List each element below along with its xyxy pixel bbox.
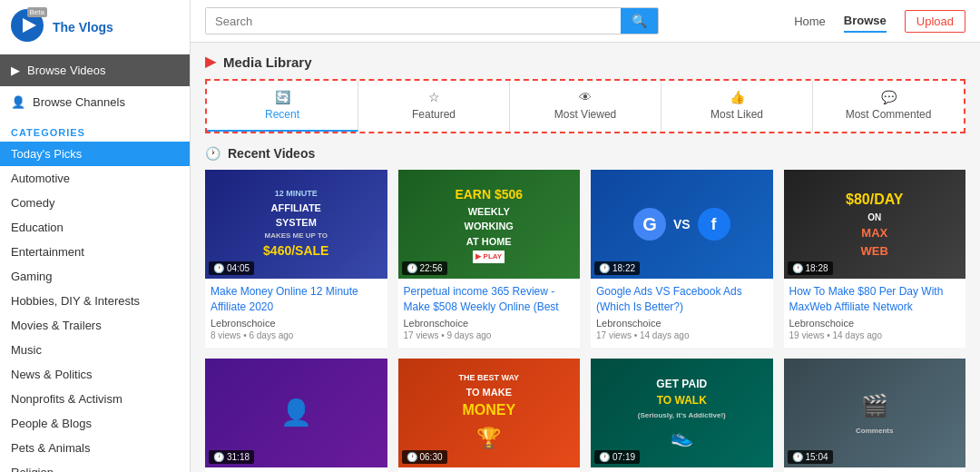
video-thumb-4: $80/DAY ON MAX WEB 🕐 18:28 <box>784 170 966 279</box>
video-card-6[interactable]: THE BEST WAY TO MAKE MONEY 🏆 🕐 06:30 The… <box>398 359 581 472</box>
browse-channels-nav[interactable]: 👤 Browse Channels <box>0 86 190 118</box>
logo-wrapper: Beta <box>9 7 45 46</box>
tab-recent-icon: 🔄 <box>275 90 290 104</box>
video-meta-4: 19 views • 14 days ago <box>789 330 961 340</box>
tab-featured-label: Featured <box>412 108 456 121</box>
video-thumb-5: 👤 🕐 31:18 <box>205 359 387 467</box>
tab-most-commented-label: Most Commented <box>846 108 932 121</box>
category-hobbies[interactable]: Hobbies, DIY & Interests <box>0 289 190 313</box>
video-duration-5: 🕐 31:18 <box>209 450 254 464</box>
video-duration-3: 🕐 18:22 <box>594 261 640 275</box>
video-title-2: Perpetual income 365 Review - Make $508 … <box>404 284 575 315</box>
video-duration-1: 🕐 04:05 <box>209 261 254 275</box>
video-duration-7: 🕐 07:19 <box>594 450 640 464</box>
video-info-7: Get Paid To Walk Lebronschoice 8 views •… <box>591 467 773 472</box>
category-religion[interactable]: Religion <box>0 460 190 472</box>
video-info-5: Video Title Five Lebronschoice 5 views •… <box>205 467 387 472</box>
duration-clock-icon-1: 🕐 <box>213 263 224 273</box>
video-info-6: The Best Way To Make Money Lebronschoice… <box>398 467 581 472</box>
tab-most-liked-icon: 👍 <box>730 90 745 104</box>
video-duration-4: 🕐 18:28 <box>788 261 833 275</box>
video-channel-3: Lebronschoice <box>596 318 768 329</box>
browse-channels-icon: 👤 <box>11 95 25 109</box>
video-thumb-2: EARN $506 WEEKLY WORKING AT HOME ▶ PLAY … <box>398 170 581 279</box>
browse-videos-icon: ▶ <box>11 64 20 77</box>
thumb-content-5: 👤 <box>277 390 316 436</box>
duration-clock-icon-6: 🕐 <box>407 452 417 462</box>
video-duration-2: 🕐 22:56 <box>402 261 447 275</box>
thumb-content-6: THE BEST WAY TO MAKE MONEY 🏆 <box>455 369 523 457</box>
video-thumb-3: G VS f 🕐 18:22 <box>591 170 773 279</box>
category-education[interactable]: Education <box>0 215 190 240</box>
nav-links: Home Browse Upload <box>794 10 965 33</box>
video-thumb-7: GET PAID TO WALK (Seriously, it's Addict… <box>591 359 773 467</box>
video-info-2: Perpetual income 365 Review - Make $508 … <box>398 279 581 348</box>
video-card-5[interactable]: 👤 🕐 31:18 Video Title Five Lebronschoice… <box>205 359 387 472</box>
thumb-content-4: $80/DAY ON MAX WEB <box>842 185 906 263</box>
video-card-2[interactable]: EARN $506 WEEKLY WORKING AT HOME ▶ PLAY … <box>398 170 581 348</box>
categories-header: CATEGORIES <box>0 118 190 142</box>
video-thumb-6: THE BEST WAY TO MAKE MONEY 🏆 🕐 06:30 <box>398 359 581 467</box>
video-card-3[interactable]: G VS f 🕐 18:22 Google Ads VS Facebook Ad… <box>591 170 773 348</box>
video-duration-6: 🕐 06:30 <box>402 450 447 464</box>
duration-clock-icon-7: 🕐 <box>599 452 610 462</box>
duration-clock-icon-2: 🕐 <box>407 263 417 273</box>
video-card-1[interactable]: 12 MINUTE AFFILIATE SYSTEM MAKES ME UP T… <box>205 170 387 348</box>
beta-badge: Beta <box>27 7 47 17</box>
video-info-1: Make Money Online 12 Minute Affiliate 20… <box>205 279 387 348</box>
tabs-container: 🔄 Recent ☆ Featured 👁 Most Viewed 👍 Most… <box>205 79 965 133</box>
tab-most-liked[interactable]: 👍 Most Liked <box>662 81 813 132</box>
category-todays-picks[interactable]: Today's Picks <box>0 142 190 166</box>
video-duration-8: 🕐 15:04 <box>788 450 833 464</box>
category-nonprofits[interactable]: Nonprofits & Activism <box>0 387 190 411</box>
video-info-4: How To Make $80 Per Day With MaxWeb Affi… <box>784 279 966 348</box>
duration-clock-icon-8: 🕐 <box>792 452 803 462</box>
video-title-1: Make Money Online 12 Minute Affiliate 20… <box>211 284 382 315</box>
tab-recent-label: Recent <box>265 108 299 121</box>
tab-featured[interactable]: ☆ Featured <box>358 81 510 132</box>
logo-area: Beta The Vlogs <box>0 0 190 54</box>
nav-browse[interactable]: Browse <box>844 10 887 33</box>
media-library-title: Media Library <box>223 54 312 70</box>
thumb-content-1: 12 MINUTE AFFILIATE SYSTEM MAKES ME UP T… <box>260 184 332 264</box>
category-music[interactable]: Music <box>0 338 190 362</box>
recent-videos-clock-icon: 🕐 <box>205 146 220 161</box>
category-people[interactable]: People & Blogs <box>0 411 190 436</box>
tab-recent[interactable]: 🔄 Recent <box>207 81 358 132</box>
video-card-7[interactable]: GET PAID TO WALK (Seriously, it's Addict… <box>591 359 773 472</box>
category-pets[interactable]: Pets & Animals <box>0 436 190 460</box>
thumb-content-8: 🎬 Comments <box>852 386 897 440</box>
video-info-3: Google Ads VS Facebook Ads (Which Is Bet… <box>591 279 773 348</box>
video-thumb-8: 🎬 Comments 🕐 15:04 <box>784 359 966 467</box>
nav-home[interactable]: Home <box>794 11 826 32</box>
tab-featured-icon: ☆ <box>428 90 440 104</box>
category-movies[interactable]: Movies & Trailers <box>0 313 190 338</box>
video-meta-3: 17 views • 14 days ago <box>596 330 768 340</box>
video-card-8[interactable]: 🎬 Comments 🕐 15:04 Video Title Eight Leb… <box>784 359 966 472</box>
search-button[interactable]: 🔍 <box>621 8 658 34</box>
category-gaming[interactable]: Gaming <box>0 264 190 289</box>
video-card-4[interactable]: $80/DAY ON MAX WEB 🕐 18:28 How To Make $… <box>784 170 966 348</box>
category-automotive[interactable]: Automotive <box>0 166 190 191</box>
top-bar: 🔍 Home Browse Upload <box>191 0 980 43</box>
logo-text: The Vlogs <box>53 20 113 34</box>
video-channel-2: Lebronschoice <box>404 318 575 329</box>
tab-most-viewed-icon: 👁 <box>579 90 592 104</box>
browse-videos-nav[interactable]: ▶ Browse Videos <box>0 54 190 86</box>
tab-most-viewed[interactable]: 👁 Most Viewed <box>510 81 662 132</box>
browse-videos-label: Browse Videos <box>27 64 105 77</box>
duration-clock-icon-5: 🕐 <box>213 452 224 462</box>
video-thumb-1: 12 MINUTE AFFILIATE SYSTEM MAKES ME UP T… <box>205 170 387 279</box>
media-library-header: ▶ Media Library <box>205 54 965 70</box>
tab-most-commented[interactable]: 💬 Most Commented <box>813 81 964 132</box>
category-comedy[interactable]: Comedy <box>0 191 190 215</box>
video-meta-1: 8 views • 6 days ago <box>211 330 382 340</box>
search-input[interactable] <box>206 8 621 34</box>
category-entertainment[interactable]: Entertainment <box>0 240 190 264</box>
nav-upload[interactable]: Upload <box>905 10 965 33</box>
recent-videos-header: 🕐 Recent Videos <box>205 146 965 161</box>
duration-clock-icon-3: 🕐 <box>599 263 610 273</box>
tab-most-commented-icon: 💬 <box>881 90 897 104</box>
category-news[interactable]: News & Politics <box>0 362 190 387</box>
thumb-content-7: GET PAID TO WALK (Seriously, it's Addict… <box>634 372 730 454</box>
